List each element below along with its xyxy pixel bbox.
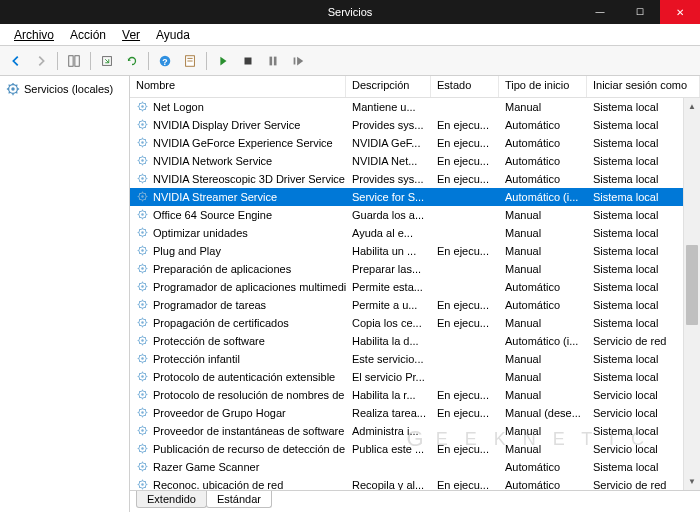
service-description: Copia los ce...	[346, 314, 431, 332]
export-button[interactable]	[95, 49, 119, 73]
menu-help[interactable]: Ayuda	[148, 26, 198, 44]
scroll-thumb[interactable]	[686, 245, 698, 325]
service-icon	[136, 262, 149, 277]
vertical-scrollbar[interactable]: ▲ ▼	[683, 98, 700, 490]
back-button[interactable]	[4, 49, 28, 73]
service-status	[431, 284, 499, 290]
service-row[interactable]: Net LogonMantiene u...ManualSistema loca…	[130, 98, 700, 116]
scroll-down-button[interactable]: ▼	[684, 473, 700, 490]
svg-point-15	[141, 105, 143, 107]
services-list[interactable]: Net LogonMantiene u...ManualSistema loca…	[130, 98, 700, 490]
service-status	[431, 428, 499, 434]
scroll-up-button[interactable]: ▲	[684, 98, 700, 115]
tabs-bottom: Extendido Estándar	[130, 490, 700, 512]
close-button[interactable]	[660, 0, 700, 24]
service-status	[431, 212, 499, 218]
service-description: Guarda los a...	[346, 206, 431, 224]
service-icon	[136, 352, 149, 367]
properties-button[interactable]	[178, 49, 202, 73]
column-header-name[interactable]: Nombre	[130, 76, 346, 97]
service-row[interactable]: Protección infantilEste servicio...Manua…	[130, 350, 700, 368]
service-row[interactable]: Office 64 Source EngineGuarda los a...Ma…	[130, 206, 700, 224]
service-row[interactable]: Plug and PlayHabilita un ...En ejecu...M…	[130, 242, 700, 260]
svg-point-31	[141, 249, 143, 251]
service-icon	[136, 478, 149, 491]
pause-service-button[interactable]	[261, 49, 285, 73]
service-startup: Automático	[499, 296, 587, 314]
sidebar-item-services[interactable]: Servicios (locales)	[4, 80, 125, 98]
service-icon	[136, 118, 149, 133]
service-row[interactable]: NVIDIA Display Driver ServiceProvides sy…	[130, 116, 700, 134]
menu-file[interactable]: Archivo	[6, 26, 62, 44]
service-startup: Manual	[499, 386, 587, 404]
separator	[90, 52, 91, 70]
service-row[interactable]: Reconoc. ubicación de redRecopila y al..…	[130, 476, 700, 490]
service-row[interactable]: Propagación de certificadosCopia los ce.…	[130, 314, 700, 332]
svg-rect-0	[69, 55, 73, 66]
help-button[interactable]: ?	[153, 49, 177, 73]
service-status	[431, 338, 499, 344]
service-description: Provides sys...	[346, 170, 431, 188]
service-icon	[136, 100, 149, 115]
service-row[interactable]: Proveedor de Grupo HogarRealiza tarea...…	[130, 404, 700, 422]
forward-button[interactable]	[29, 49, 53, 73]
svg-point-17	[141, 123, 143, 125]
column-header-status[interactable]: Estado	[431, 76, 499, 97]
service-startup: Manual	[499, 224, 587, 242]
service-row[interactable]: Razer Game ScannerAutomáticoSistema loca…	[130, 458, 700, 476]
service-icon	[136, 424, 149, 439]
restart-service-button[interactable]	[286, 49, 310, 73]
service-icon	[136, 208, 149, 223]
service-startup: Automático	[499, 152, 587, 170]
service-row[interactable]: NVIDIA Streamer ServiceService for S...A…	[130, 188, 700, 206]
window-controls	[580, 0, 700, 24]
service-description: Publica este ...	[346, 440, 431, 458]
maximize-button[interactable]	[620, 0, 660, 24]
service-row[interactable]: Publicación de recurso de detección de f…	[130, 440, 700, 458]
stop-service-button[interactable]	[236, 49, 260, 73]
svg-point-53	[141, 447, 143, 449]
service-row[interactable]: Proveedor de instantáneas de software de…	[130, 422, 700, 440]
column-header-logon[interactable]: Iniciar sesión como	[587, 76, 700, 97]
column-header-description[interactable]: Descripción	[346, 76, 431, 97]
service-description: Provides sys...	[346, 116, 431, 134]
column-header-startup[interactable]: Tipo de inicio	[499, 76, 587, 97]
service-row[interactable]: Protocolo de autenticación extensibleEl …	[130, 368, 700, 386]
service-icon	[136, 244, 149, 259]
service-row[interactable]: Protocolo de resolución de nombres de mi…	[130, 386, 700, 404]
service-row[interactable]: Protección de softwareHabilita la d...Au…	[130, 332, 700, 350]
service-row[interactable]: Preparación de aplicacionesPreparar las.…	[130, 260, 700, 278]
refresh-button[interactable]	[120, 49, 144, 73]
tab-extended[interactable]: Extendido	[136, 491, 207, 508]
svg-point-35	[141, 285, 143, 287]
scroll-track[interactable]	[684, 115, 700, 473]
tab-standard[interactable]: Estándar	[206, 491, 272, 508]
menu-view[interactable]: Ver	[114, 26, 148, 44]
service-name: Programador de aplicaciones multimedia	[153, 281, 346, 293]
service-startup: Manual	[499, 98, 587, 116]
show-hide-button[interactable]	[62, 49, 86, 73]
service-status	[431, 230, 499, 236]
start-service-button[interactable]	[211, 49, 235, 73]
service-description: NVIDIA Net...	[346, 152, 431, 170]
svg-rect-10	[274, 56, 277, 65]
service-status: En ejecu...	[431, 152, 499, 170]
service-icon	[136, 136, 149, 151]
main-panel: Nombre Descripción Estado Tipo de inicio…	[130, 76, 700, 512]
service-startup: Manual	[499, 368, 587, 386]
service-status: En ejecu...	[431, 476, 499, 490]
service-row[interactable]: Optimizar unidadesAyuda al e...ManualSis…	[130, 224, 700, 242]
service-row[interactable]: Programador de aplicaciones multimediaPe…	[130, 278, 700, 296]
service-status: En ejecu...	[431, 386, 499, 404]
service-status	[431, 266, 499, 272]
service-startup: Automático (i...	[499, 188, 587, 206]
minimize-button[interactable]	[580, 0, 620, 24]
service-status: En ejecu...	[431, 404, 499, 422]
service-row[interactable]: NVIDIA GeForce Experience ServiceNVIDIA …	[130, 134, 700, 152]
service-row[interactable]: NVIDIA Network ServiceNVIDIA Net...En ej…	[130, 152, 700, 170]
service-startup: Manual	[499, 440, 587, 458]
menu-action[interactable]: Acción	[62, 26, 114, 44]
service-name: Protección de software	[153, 335, 265, 347]
service-row[interactable]: Programador de tareasPermite a u...En ej…	[130, 296, 700, 314]
service-row[interactable]: NVIDIA Stereoscopic 3D Driver ServicePro…	[130, 170, 700, 188]
